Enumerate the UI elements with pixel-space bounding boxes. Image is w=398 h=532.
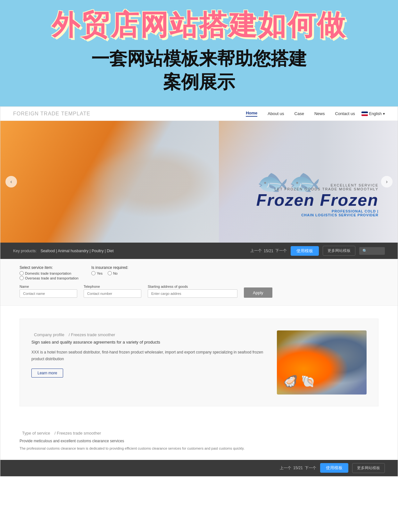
main-title: 外贸店网站搭建如何做: [6, 10, 392, 41]
hero-slider: 🐟🐟 ‹ › EXCELLENT SERVICE LET FROZEN GOOD…: [0, 121, 398, 243]
products-list: Seafood | Animal husbandry | Poultry | D…: [40, 249, 113, 253]
nav-home[interactable]: Home: [246, 111, 257, 117]
top-banner: 外贸店网站搭建如何做 一套网站模板来帮助您搭建 案例展示: [0, 0, 398, 106]
bottom-prev-label[interactable]: 上一个: [280, 465, 291, 471]
telephone-label: Telephone: [84, 285, 141, 288]
form-row-1: Select service item: Domestic trade tran…: [20, 265, 378, 280]
nav-case[interactable]: Case: [294, 111, 304, 116]
use-template-button[interactable]: 使用模板: [291, 246, 319, 256]
telephone-input[interactable]: [84, 289, 141, 298]
bottom-counter-label: 15/21: [293, 466, 303, 470]
insurance-radio-group: Yes No: [91, 271, 128, 275]
overseas-radio[interactable]: [20, 276, 24, 280]
apply-button[interactable]: Apply: [244, 287, 272, 298]
company-image: [277, 330, 367, 395]
prev-label[interactable]: 上一个: [250, 248, 262, 254]
telephone-group: Telephone: [84, 285, 141, 298]
hero-chain: CHAIN LOGISTICS SERVICE PROVIDER: [256, 213, 378, 217]
hero-fish-right: 🐟🐟: [199, 121, 398, 243]
company-description: XXX is a hotel frozen seafood distributo…: [31, 349, 264, 362]
nav-contact[interactable]: Contact us: [335, 111, 355, 116]
service-radio-group: Domestic trade transportation Overseas t…: [20, 271, 79, 280]
search-input[interactable]: [359, 247, 385, 255]
bottom-next-label[interactable]: 下一个: [305, 465, 316, 471]
company-inner: Company profile / Freezes trade smoother…: [20, 319, 378, 406]
service-item-label: Select service item:: [20, 265, 79, 270]
company-section: Company profile / Freezes trade smoother…: [0, 306, 398, 419]
insurance-label: Is insurance required:: [91, 265, 128, 270]
overseas-option[interactable]: Overseas trade and transportation: [20, 276, 79, 280]
no-option[interactable]: No: [108, 271, 118, 275]
starting-input[interactable]: [148, 289, 237, 298]
learn-more-button[interactable]: Learn more: [31, 369, 63, 378]
key-products-label: Key products:: [13, 249, 37, 253]
hero-brand: Frozen Frozen: [256, 191, 378, 209]
nav-menu: Home About us Case News Contact us: [246, 111, 355, 117]
no-radio[interactable]: [108, 271, 112, 275]
nav-lang-label: English: [369, 112, 382, 116]
more-templates-button[interactable]: 更多网站模板: [323, 246, 355, 256]
service-type-desc2: The professional customs clearance team …: [20, 446, 378, 450]
service-form-section: Select service item: Domestic trade tran…: [0, 259, 398, 306]
nav-logo: FOREIGN TRADE TEMPLATE: [13, 111, 90, 117]
nav-news[interactable]: News: [314, 111, 325, 116]
yes-option[interactable]: Yes: [91, 271, 103, 275]
bottom-more-templates-button[interactable]: 更多网站模板: [352, 463, 385, 473]
name-label: Name: [20, 285, 77, 288]
navbar: FOREIGN TRADE TEMPLATE Home About us Cas…: [0, 107, 398, 121]
hero-text-block: EXCELLENT SERVICE LET FROZEN GOODS TRADE…: [256, 183, 378, 217]
template-toolbar: Key products: Seafood | Animal husbandry…: [0, 243, 398, 259]
company-text: Company profile / Freezes trade smoother…: [31, 330, 264, 378]
company-tagline: Sign sales and quality assurance agreeme…: [31, 340, 264, 345]
service-type-title: Type of service / Freezes trade smoother: [20, 429, 378, 436]
flag-icon: [361, 112, 368, 116]
domestic-option[interactable]: Domestic trade transportation: [20, 271, 79, 275]
form-row-2: Name Telephone Starting address of goods…: [20, 285, 378, 298]
company-profile-title: Company profile / Freezes trade smoother: [31, 330, 264, 338]
service-type-desc: Provide meticulous and excellent customs…: [20, 438, 378, 444]
website-mockup: FOREIGN TRADE TEMPLATE Home About us Cas…: [0, 106, 398, 476]
slider-next-arrow[interactable]: ›: [381, 176, 393, 187]
service-type-section: Type of service / Freezes trade smoother…: [0, 419, 398, 460]
hero-professional: PROFESSIONAL COLD |: [256, 209, 378, 213]
bottom-use-template-button[interactable]: 使用模板: [320, 463, 348, 473]
hero-excellent: EXCELLENT SERVICE: [256, 183, 378, 187]
insurance-group: Is insurance required: Yes No: [91, 265, 128, 275]
counter-label: 15/21: [264, 249, 273, 253]
starting-label: Starting address of goods: [148, 285, 237, 288]
service-item-group: Select service item: Domestic trade tran…: [20, 265, 79, 280]
bottom-navigation: 上一个 15/21 下一个: [280, 465, 316, 471]
name-group: Name: [20, 285, 77, 298]
nav-logo-main: FOREIGN TRADE: [13, 111, 59, 116]
sub-title-1: 一套网站模板来帮助您搭建 案例展示: [6, 47, 392, 94]
chevron-down-icon: ▾: [383, 112, 385, 116]
next-label[interactable]: 下一个: [275, 248, 287, 254]
nav-about[interactable]: About us: [268, 111, 284, 116]
name-input[interactable]: [20, 289, 77, 298]
domestic-radio[interactable]: [20, 271, 24, 275]
bottom-toolbar: 上一个 15/21 下一个 使用模板 更多网站模板: [0, 460, 398, 476]
toolbar-navigation: 上一个 15/21 下一个: [250, 248, 287, 254]
slider-prev-arrow[interactable]: ‹: [5, 176, 17, 187]
yes-radio[interactable]: [91, 271, 95, 275]
nav-language[interactable]: English ▾: [361, 112, 385, 116]
starting-address-group: Starting address of goods: [148, 285, 237, 298]
nav-logo-sub: TEMPLATE: [61, 111, 90, 116]
fish-image-left: [0, 121, 219, 243]
